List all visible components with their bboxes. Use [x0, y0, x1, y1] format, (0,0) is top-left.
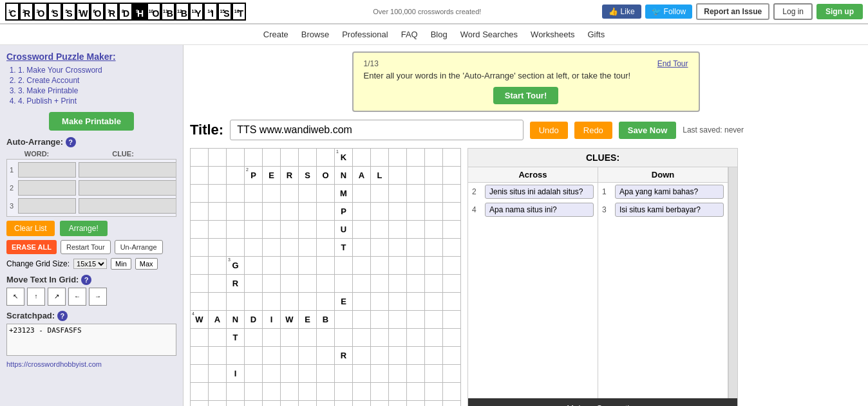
grid-cell[interactable] [371, 347, 389, 365]
grid-cell[interactable] [191, 167, 209, 185]
grid-cell[interactable] [317, 257, 335, 275]
grid-cell[interactable]: N [335, 167, 353, 185]
grid-cell[interactable] [245, 401, 263, 407]
grid-cell[interactable] [209, 347, 227, 365]
auto-arrange-help-icon[interactable]: ? [66, 137, 76, 147]
grid-cell[interactable] [191, 293, 209, 311]
grid-cell[interactable] [407, 293, 425, 311]
grid-cell[interactable] [263, 149, 281, 167]
grid-cell[interactable] [281, 365, 299, 383]
grid-cell[interactable] [407, 257, 425, 275]
grid-cell[interactable] [353, 185, 371, 203]
grid-cell[interactable] [245, 185, 263, 203]
grid-cell[interactable] [443, 221, 461, 239]
grid-cell[interactable] [443, 257, 461, 275]
facebook-like-button[interactable]: 👍 Like [602, 5, 641, 19]
nav-item-professional[interactable]: Professional [342, 30, 388, 39]
grid-cell[interactable] [317, 203, 335, 221]
grid-cell[interactable] [209, 257, 227, 275]
grid-cell[interactable] [443, 293, 461, 311]
nav-item-browse[interactable]: Browse [301, 30, 329, 39]
grid-cell[interactable] [371, 185, 389, 203]
across-clue-input[interactable] [485, 203, 594, 217]
grid-cell[interactable]: R [335, 347, 353, 365]
grid-cell[interactable]: N [227, 311, 245, 329]
grid-cell[interactable] [245, 293, 263, 311]
start-tour-button[interactable]: Start Tour! [493, 87, 558, 104]
grid-cell[interactable] [299, 149, 317, 167]
grid-cell[interactable] [299, 203, 317, 221]
grid-cell[interactable] [191, 221, 209, 239]
nav-item-word-searches[interactable]: Word Searches [460, 30, 518, 39]
grid-cell[interactable] [371, 365, 389, 383]
move-left-button[interactable]: ← [68, 288, 86, 306]
word-input-3[interactable] [18, 198, 76, 214]
grid-cell[interactable] [299, 365, 317, 383]
make-printable-button[interactable]: Make Printable [49, 112, 134, 131]
grid-cell[interactable] [389, 275, 407, 293]
grid-cell[interactable] [389, 347, 407, 365]
grid-cell[interactable]: 1K [335, 149, 353, 167]
grid-cell[interactable] [227, 185, 245, 203]
grid-cell[interactable] [209, 167, 227, 185]
grid-cell[interactable] [191, 257, 209, 275]
grid-cell[interactable] [245, 383, 263, 401]
grid-cell[interactable] [443, 347, 461, 365]
grid-cell[interactable] [425, 221, 443, 239]
clue-input-3[interactable] [79, 198, 176, 214]
grid-cell[interactable] [443, 167, 461, 185]
grid-cell[interactable] [371, 221, 389, 239]
grid-cell[interactable]: 4W [191, 311, 209, 329]
grid-cell[interactable] [407, 383, 425, 401]
grid-cell[interactable]: W [281, 311, 299, 329]
grid-cell[interactable] [443, 149, 461, 167]
grid-cell[interactable] [389, 185, 407, 203]
title-input[interactable] [230, 120, 524, 140]
move-text-help-icon[interactable]: ? [81, 275, 91, 285]
grid-cell[interactable] [227, 149, 245, 167]
grid-cell[interactable] [227, 167, 245, 185]
grid-cell[interactable] [353, 293, 371, 311]
grid-cell[interactable] [245, 347, 263, 365]
grid-cell[interactable] [263, 257, 281, 275]
grid-cell[interactable] [245, 329, 263, 347]
grid-cell[interactable] [209, 239, 227, 257]
grid-cell[interactable] [425, 311, 443, 329]
grid-cell[interactable] [227, 221, 245, 239]
grid-cell[interactable] [227, 383, 245, 401]
grid-cell[interactable] [209, 365, 227, 383]
grid-cell[interactable] [281, 347, 299, 365]
grid-cell[interactable] [389, 149, 407, 167]
grid-cell[interactable] [389, 203, 407, 221]
grid-cell[interactable] [209, 293, 227, 311]
grid-cell[interactable] [245, 221, 263, 239]
grid-cell[interactable] [389, 383, 407, 401]
grid-cell[interactable] [245, 149, 263, 167]
move-right-button[interactable]: → [89, 288, 107, 306]
signup-button[interactable]: Sign up [816, 4, 863, 19]
grid-cell[interactable] [245, 203, 263, 221]
end-tour-link[interactable]: End Tour [657, 59, 688, 68]
clear-list-button[interactable]: Clear List [6, 221, 55, 236]
grid-cell[interactable] [317, 239, 335, 257]
grid-cell[interactable] [263, 293, 281, 311]
grid-cell[interactable] [209, 221, 227, 239]
grid-cell[interactable] [407, 401, 425, 407]
grid-cell[interactable] [407, 167, 425, 185]
grid-cell[interactable] [245, 257, 263, 275]
grid-cell[interactable] [425, 365, 443, 383]
grid-cell[interactable] [191, 401, 209, 407]
grid-cell[interactable] [353, 275, 371, 293]
grid-cell[interactable]: L [371, 167, 389, 185]
grid-cell[interactable] [299, 275, 317, 293]
grid-cell[interactable] [317, 329, 335, 347]
grid-cell[interactable] [245, 365, 263, 383]
grid-cell[interactable]: D [245, 311, 263, 329]
grid-cell[interactable] [299, 257, 317, 275]
grid-cell[interactable] [209, 185, 227, 203]
make-suggestion-button[interactable]: Make a Suggestion [468, 398, 737, 406]
grid-cell[interactable]: M [335, 185, 353, 203]
grid-cell[interactable] [425, 329, 443, 347]
grid-cell[interactable]: O [317, 167, 335, 185]
grid-cell[interactable] [299, 329, 317, 347]
